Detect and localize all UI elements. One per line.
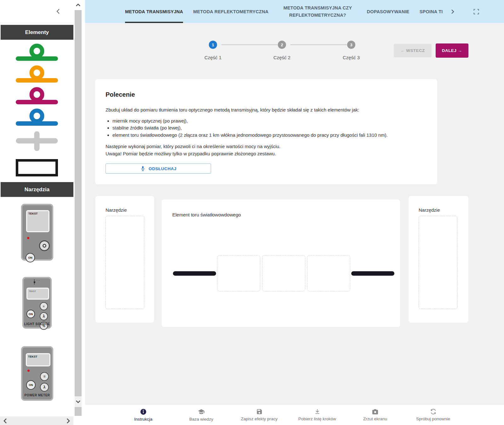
- led-indicator: [27, 237, 29, 239]
- left-tool-dropzone[interactable]: [106, 216, 144, 309]
- task-card: Polecenie Zbuduj układ do pomiaru tłumie…: [95, 79, 437, 184]
- device-screen: TEKST: [26, 353, 50, 366]
- step-3-label: Część 3: [332, 55, 370, 60]
- on-button: ON: [26, 380, 36, 390]
- sidebar-header: [0, 0, 73, 23]
- task-bullet: miernik mocy optycznej (po prawej),: [112, 118, 427, 125]
- refresh-icon: [430, 408, 437, 415]
- step-connector: [221, 44, 278, 45]
- tool-power-meter[interactable]: TEKST ≡ ON λ POWER METER: [21, 347, 53, 400]
- element-connector-magenta[interactable]: [0, 87, 73, 106]
- right-tool-dropzone[interactable]: [419, 216, 457, 309]
- step-2-circle[interactable]: 2: [278, 41, 286, 49]
- pigtail-icon: [15, 87, 59, 106]
- back-label: WSTECZ: [406, 48, 425, 53]
- toolbar-label: Spróbuj ponownie: [416, 416, 450, 421]
- listen-label: ODSŁUCHAJ: [149, 166, 177, 171]
- left-zone-label: Narzędzie: [106, 207, 144, 213]
- sidebar-vertical-scrollbar[interactable]: [75, 0, 82, 416]
- toolbar-label: Zapisz efekty pracy: [241, 416, 278, 421]
- on-label: ON: [28, 256, 32, 259]
- scroll-left-icon[interactable]: [3, 418, 7, 424]
- download-icon: [314, 408, 321, 415]
- tools-section-label: Narzędzia: [25, 187, 49, 193]
- task-bullet: element toru światłowodowego (2 złącza o…: [112, 132, 427, 139]
- task-intro: Zbuduj układ do pomiaru tłumienia toru o…: [106, 106, 427, 114]
- element-connector-blue[interactable]: [0, 108, 73, 128]
- main-area: METODA TRANSMISYJNA METODA REFLEKTOMETRY…: [85, 0, 504, 425]
- info-icon: [140, 408, 147, 415]
- lambda-button: λ: [40, 312, 48, 320]
- fiber-slot-dropzone-1[interactable]: [217, 255, 260, 291]
- tab-metoda-transmisyjna[interactable]: METODA TRANSMISYJNA: [125, 0, 183, 23]
- tools-section-title: Narzędzia: [1, 182, 73, 197]
- element-connector-orange[interactable]: [0, 65, 73, 84]
- pigtail-icon: [15, 43, 59, 63]
- toolbar-instrukcja[interactable]: Instrukcja: [117, 408, 170, 422]
- device-screen: TEKST: [26, 288, 49, 300]
- tab-metoda-reflektometryczna[interactable]: METODA REFLEKTOMETRYCZNA: [193, 0, 268, 23]
- tool-meter-simple[interactable]: TEKST ON: [21, 204, 53, 260]
- elements-section-label: Elementy: [25, 29, 49, 36]
- on-button: ON: [26, 310, 35, 318]
- scroll-up-icon[interactable]: [75, 0, 82, 10]
- back-arrow-icon: ←: [400, 48, 405, 53]
- tab-spoina-ti[interactable]: SPOINA TI: [420, 0, 443, 23]
- element-rectangle[interactable]: [0, 159, 73, 176]
- save-icon: [256, 408, 263, 415]
- toolbar-label: Zrzut ekranu: [363, 416, 387, 421]
- microphone-icon: [140, 165, 146, 172]
- next-label: DALEJ: [442, 48, 456, 53]
- screen-text: TEKST: [28, 212, 38, 215]
- dial-center: [43, 244, 46, 248]
- task-bullet: stabilne źródło światła (po lewej),: [112, 124, 427, 132]
- device-label: POWER METER: [22, 393, 52, 397]
- led-indicator: [27, 370, 30, 372]
- task-note-1: Następnie wykonaj pomiar, który pozwoli …: [106, 143, 427, 150]
- on-label: ON: [29, 383, 33, 387]
- fullscreen-icon[interactable]: [473, 9, 479, 15]
- toolbar-zapisz-efekty[interactable]: Zapisz efekty pracy: [232, 408, 286, 421]
- top-navigation: METODA TRANSMISYJNA METODA REFLEKTOMETRY…: [85, 0, 504, 23]
- right-zone-label: Narzędzie: [419, 207, 458, 213]
- tab-dopasowywanie[interactable]: DOPASOWYWANIE: [367, 0, 409, 23]
- lambda-button: λ: [40, 383, 49, 392]
- back-button[interactable]: ← WSTECZ: [394, 44, 432, 57]
- cross-icon: [15, 131, 59, 151]
- toolbar-sprobuj-ponownie[interactable]: Spróbuj ponownie: [406, 408, 460, 421]
- listen-button[interactable]: ODSŁUCHAJ: [106, 164, 211, 174]
- sidebar-horizontal-scrollbar[interactable]: [0, 416, 73, 425]
- scroll-down-icon[interactable]: [75, 396, 82, 407]
- tab-metoda-transmisyjna-czy-reflektometryczna[interactable]: METODA TRANSMISYJNA CZY REFLEKTOMETRYCZN…: [278, 0, 357, 23]
- scroll-right-icon[interactable]: [66, 418, 70, 424]
- menu-button: ≡: [40, 372, 49, 381]
- element-connector-green[interactable]: [0, 43, 73, 63]
- fiber-path-label: Element toru światłowowdowego: [172, 212, 389, 217]
- toolbar-baza-wiedzy[interactable]: Baza wiedzy: [175, 408, 228, 422]
- task-bullet-list: miernik mocy optycznej (po prawej), stab…: [106, 118, 427, 139]
- fiber-path-card: Element toru światłowowdowego: [162, 199, 400, 327]
- toolbar-zrzut-ekranu[interactable]: Zrzut ekranu: [348, 409, 402, 421]
- fiber-port-icon: ···: [24, 279, 50, 284]
- task-note-2: Uwaga! Pomiar będzie możliwy tylko w prz…: [106, 150, 427, 158]
- step-1-label: Część 1: [194, 55, 232, 60]
- left-tool-card: Narzędzie: [95, 196, 154, 323]
- step-1-circle[interactable]: 1: [209, 41, 217, 49]
- tool-light-source[interactable]: ··· TEKST ≡ ON λ % LIGHT SOURCE: [23, 277, 51, 328]
- toolbar-label: Instrukcja: [134, 417, 152, 422]
- screen-text: TEKST: [29, 290, 36, 292]
- step-2-label: Część 2: [263, 55, 301, 60]
- menu-button: ≡: [40, 302, 48, 310]
- step-3-circle[interactable]: 3: [347, 41, 355, 49]
- fiber-assembly: [173, 255, 394, 291]
- more-tabs-chevron-icon[interactable]: [451, 9, 454, 14]
- collapse-sidebar-icon[interactable]: [56, 6, 65, 16]
- on-label: ON: [29, 313, 33, 316]
- fiber-slot-dropzone-3[interactable]: [307, 255, 350, 291]
- toolbar-pobierz-liste[interactable]: Pobierz listę kroków: [290, 408, 344, 421]
- next-button[interactable]: DALEJ →: [436, 43, 468, 58]
- device-screen: TEKST: [26, 210, 49, 232]
- element-cross-splice[interactable]: [0, 131, 73, 151]
- fiber-slot-dropzone-2[interactable]: [262, 255, 305, 291]
- fiber-line-right: [351, 271, 394, 276]
